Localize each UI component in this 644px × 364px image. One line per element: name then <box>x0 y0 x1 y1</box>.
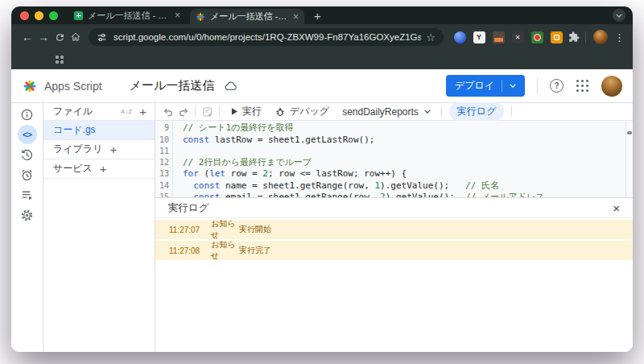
toolbar-divider <box>195 106 196 117</box>
deploy-label: デプロイ <box>455 79 494 93</box>
close-tab-icon[interactable]: × <box>293 12 299 22</box>
site-settings-tune-icon[interactable] <box>97 32 107 43</box>
project-title[interactable]: メール一括送信 <box>130 78 215 93</box>
section-libraries[interactable]: ライブラリ + <box>43 140 155 159</box>
deploy-button[interactable]: デプロイ <box>446 75 525 97</box>
sidebar-item-settings[interactable] <box>18 205 37 225</box>
browser-menu-icon[interactable]: ⋮ <box>614 31 625 43</box>
close-window-button[interactable] <box>20 11 29 20</box>
execution-log-button[interactable]: 実行ログ <box>449 102 505 121</box>
brand-name[interactable]: Apps Script <box>44 80 102 93</box>
code-icon: <> <box>23 130 31 139</box>
sidebar-item-editor[interactable]: <> <box>18 125 37 144</box>
code-line[interactable]: 13for (let row = 2; row <= lastRow; row+… <box>155 168 633 180</box>
minimize-window-button[interactable] <box>35 11 43 20</box>
sort-az-icon[interactable]: A↓Z <box>121 108 132 115</box>
line-number: 10 <box>155 134 169 146</box>
function-selector[interactable]: sendDailyReports <box>336 106 437 118</box>
log-row: 11:27:08お知らせ実行完了 <box>155 241 633 260</box>
extension-x-icon[interactable]: ✕ <box>512 31 524 43</box>
save-status-cloud-icon <box>225 81 237 91</box>
code-line[interactable]: 12// 2行目から最終行までループ <box>155 157 633 168</box>
zoom-window-button[interactable] <box>49 11 58 20</box>
chevron-down-icon <box>616 14 622 18</box>
code-line[interactable]: 10const lastRow = sheet1.getLastRow(); <box>155 134 633 146</box>
browser-profile-avatar[interactable] <box>593 30 608 44</box>
toolbar-divider <box>585 31 586 43</box>
editor-area: 実行 デバッグ sendDailyReports <box>155 103 633 352</box>
browser-toolbar: ← → script.google.com/u/0/home/projects/… <box>11 24 633 50</box>
code-line[interactable]: 14 const name = sheet1.getRange(row, 1).… <box>155 180 633 192</box>
code-line[interactable]: 11 <box>155 146 633 157</box>
code-text: for (let row = 2; row <= lastRow; row++)… <box>183 168 407 180</box>
url-text[interactable]: script.google.com/u/0/home/projects/1RQ-… <box>114 32 421 42</box>
sidebar-item-triggers[interactable] <box>18 165 37 184</box>
reload-button[interactable] <box>52 28 68 46</box>
sidebar-item-project-history[interactable] <box>18 145 37 164</box>
log-rows: 11:27:07お知らせ実行開始11:27:08お知らせ実行完了 <box>155 218 633 262</box>
run-button[interactable]: 実行 <box>224 105 268 118</box>
undo-button[interactable] <box>160 104 175 119</box>
editor-scrollbar-thumb[interactable] <box>627 131 632 134</box>
help-button[interactable]: ? <box>550 79 564 93</box>
bookmark-grid-icon[interactable] <box>56 56 64 64</box>
code-text: // シート1の最終行を取得 <box>183 122 294 134</box>
tab-spreadsheet[interactable]: メール一括送信 - Google スプレ × <box>71 10 184 22</box>
add-library-button[interactable]: + <box>109 143 117 155</box>
code-line[interactable]: 9// シート1の最終行を取得 <box>155 122 633 134</box>
bookmark-star-icon[interactable]: ☆ <box>426 31 436 43</box>
section-services[interactable]: サービス + <box>43 159 155 179</box>
tab-apps-script-project[interactable]: メール一括送信 - プロジェクト × <box>190 9 304 24</box>
sidebar-item-executions[interactable] <box>18 185 37 205</box>
run-label: 実行 <box>242 105 262 118</box>
files-header: ファイル A↓Z + <box>43 103 155 121</box>
gutter-divider <box>172 121 173 197</box>
home-button[interactable] <box>68 28 84 46</box>
add-service-button[interactable]: + <box>100 163 107 175</box>
extension-amber-icon[interactable] <box>551 31 563 43</box>
editor-scrollbar-track <box>625 121 626 197</box>
google-apps-grid-icon[interactable] <box>576 80 588 92</box>
close-icon[interactable]: × <box>613 202 620 214</box>
extensions-puzzle-icon[interactable] <box>566 30 581 45</box>
code-text: const name = sheet1.getRange(row, 1).get… <box>183 180 499 192</box>
section-label: ライブラリ <box>53 143 102 156</box>
left-rail: <> <box>11 103 43 352</box>
files-header-label: ファイル <box>53 105 93 118</box>
forward-button[interactable]: → <box>35 28 52 46</box>
add-file-button[interactable]: + <box>139 105 147 118</box>
debug-button[interactable]: デバッグ <box>268 105 336 118</box>
code-editor[interactable]: 89// シート1の最終行を取得10const lastRow = sheet1… <box>155 121 633 197</box>
account-avatar[interactable] <box>601 76 622 97</box>
gear-icon <box>20 209 34 222</box>
reload-icon <box>55 32 65 43</box>
back-button[interactable]: ← <box>19 28 35 46</box>
bookmarks-bar <box>11 50 633 69</box>
extension-folder-icon[interactable] <box>493 31 505 43</box>
new-tab-button[interactable]: + <box>314 10 321 22</box>
chevron-down-icon <box>424 110 431 114</box>
extension-record-icon[interactable] <box>531 31 543 43</box>
debug-label: デバッグ <box>290 105 329 118</box>
function-name: sendDailyReports <box>342 106 419 118</box>
sidebar-item-overview[interactable] <box>18 105 37 124</box>
extension-y-icon[interactable]: Y <box>473 31 485 43</box>
execution-log-panel: 実行ログ × 11:27:07お知らせ実行開始11:27:08お知らせ実行完了 <box>155 197 633 352</box>
extension-swirl-icon[interactable] <box>454 31 466 43</box>
save-project-button[interactable] <box>200 104 215 119</box>
files-panel: ファイル A↓Z + コード.gs ライブラリ + サービス + <box>43 103 155 352</box>
log-row: 11:27:07お知らせ実行開始 <box>155 220 633 239</box>
log-message: 実行完了 <box>239 245 271 256</box>
file-item-code-gs[interactable]: コード.gs <box>43 121 155 140</box>
deploy-divider <box>502 80 502 92</box>
tab-search-button[interactable] <box>613 9 625 22</box>
redo-icon <box>178 106 189 118</box>
redo-button[interactable] <box>175 104 191 119</box>
save-icon <box>202 106 213 118</box>
line-number: 9 <box>155 122 169 134</box>
desktop-wallpaper: メール一括送信 - Google スプレ × メール一括送信 - プロジェクト … <box>0 0 644 364</box>
address-bar[interactable]: script.google.com/u/0/home/projects/1RQ-… <box>89 28 444 46</box>
code-line[interactable]: 15 const email = sheet1.getRange(row, 2)… <box>155 192 633 197</box>
close-tab-icon[interactable]: × <box>175 10 180 20</box>
execution-log-title: 実行ログ <box>168 201 209 215</box>
